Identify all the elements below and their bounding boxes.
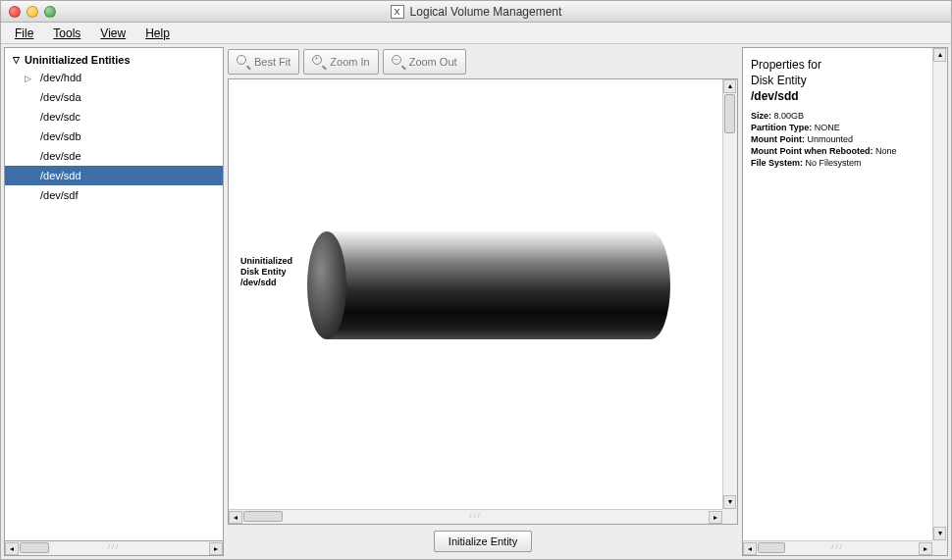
window-title-group: X Logical Volume Management: [1, 5, 951, 19]
properties-content: Properties for Disk Entity /dev/sdd Size…: [743, 48, 932, 540]
scroll-down-icon[interactable]: ▾: [723, 495, 736, 509]
magnifier-icon: [237, 55, 250, 69]
tree-header-label: Uninitialized Entities: [25, 54, 131, 66]
props-scroll-corner: [932, 540, 947, 555]
menu-help[interactable]: Help: [137, 25, 178, 42]
app-window: X Logical Volume Management File Tools V…: [0, 0, 952, 560]
menu-tools[interactable]: Tools: [45, 25, 88, 42]
center-panel: Best Fit + Zoom In – Zoom Out Uninitiali…: [226, 47, 740, 556]
tree-item-dev-sdc[interactable]: /dev/sdc: [5, 107, 223, 127]
tree-item-dev-hdd[interactable]: /dev/hdd: [5, 68, 223, 87]
action-bar: Initialize Entity: [226, 527, 740, 556]
canvas-vscrollbar[interactable]: ▴ ▾: [722, 79, 737, 509]
properties-panel: Properties for Disk Entity /dev/sdd Size…: [742, 47, 948, 556]
prop-filesystem: File System: No Filesystem: [751, 158, 925, 168]
properties-heading-device: /dev/sdd: [751, 89, 925, 103]
tree-item-dev-sdb[interactable]: /dev/sdb: [5, 127, 223, 146]
tree-item-dev-sda[interactable]: /dev/sda: [5, 87, 223, 107]
zoom-window-button[interactable]: [44, 6, 56, 18]
zoom-in-button[interactable]: + Zoom In: [303, 49, 378, 75]
props-hscroll-thumb[interactable]: [758, 542, 785, 553]
props-scroll-right-icon[interactable]: ▸: [919, 542, 932, 555]
prop-size: Size: 8.00GB: [751, 111, 925, 121]
collapse-icon[interactable]: ▽: [11, 55, 21, 65]
props-scroll-up-icon[interactable]: ▴: [933, 48, 946, 62]
menubar: File Tools View Help: [1, 23, 951, 44]
canvas-vscroll-thumb[interactable]: [724, 94, 735, 133]
properties-heading-2: Disk Entity: [751, 74, 925, 87]
tree-item-dev-sdf[interactable]: /dev/sdf: [5, 185, 223, 205]
canvas-scroll-left-icon[interactable]: ◂: [229, 511, 242, 524]
sidebar-scroll-thumb[interactable]: [20, 542, 49, 553]
canvas-scroll-corner: [722, 509, 737, 524]
prop-mount-reboot: Mount Point when Rebooted: None: [751, 146, 925, 156]
zoom-toolbar: Best Fit + Zoom In – Zoom Out: [226, 47, 740, 76]
props-scroll-left-icon[interactable]: ◂: [743, 542, 757, 555]
minimize-window-button[interactable]: [26, 6, 38, 18]
entity-tree[interactable]: ▽ Uninitialized Entities /dev/hdd /dev/s…: [4, 47, 224, 541]
disk-caption: Uninitialized Disk Entity /dev/sdd: [240, 256, 292, 287]
sidebar: ▽ Uninitialized Entities /dev/hdd /dev/s…: [4, 47, 224, 556]
canvas-hscrollbar[interactable]: ◂ /// ▸: [229, 509, 722, 524]
disk-canvas[interactable]: Uninitialized Disk Entity /dev/sdd: [229, 79, 722, 509]
canvas-hscroll-thumb[interactable]: [243, 511, 283, 522]
scroll-right-icon[interactable]: ▸: [209, 542, 223, 555]
x11-icon: X: [391, 5, 404, 19]
zoom-in-icon: +: [312, 55, 326, 69]
props-scroll-down-icon[interactable]: ▾: [933, 527, 946, 540]
sidebar-hscrollbar[interactable]: ◂ /// ▸: [4, 541, 224, 556]
main-area: ▽ Uninitialized Entities /dev/hdd /dev/s…: [1, 44, 951, 559]
tree-item-dev-sde[interactable]: /dev/sde: [5, 146, 223, 166]
close-window-button[interactable]: [9, 6, 21, 18]
properties-vscrollbar[interactable]: ▴ ▾: [932, 48, 947, 540]
window-title: Logical Volume Management: [410, 5, 562, 19]
properties-hscrollbar[interactable]: ◂ /// ▸: [743, 540, 932, 555]
tree-item-dev-sdd[interactable]: /dev/sdd: [5, 166, 223, 185]
zoom-in-label: Zoom In: [330, 56, 369, 68]
prop-partition-type: Partition Type: NONE: [751, 123, 925, 132]
best-fit-label: Best Fit: [254, 56, 291, 68]
titlebar: X Logical Volume Management: [1, 1, 951, 23]
properties-heading-1: Properties for: [751, 58, 925, 72]
best-fit-button[interactable]: Best Fit: [228, 49, 299, 75]
disk-cylinder-graphic[interactable]: [307, 231, 670, 339]
zoom-out-label: Zoom Out: [409, 56, 457, 68]
menu-file[interactable]: File: [7, 25, 41, 42]
menu-view[interactable]: View: [92, 25, 133, 42]
prop-mount-point: Mount Point: Unmounted: [751, 134, 925, 144]
tree-header[interactable]: ▽ Uninitialized Entities: [5, 52, 223, 68]
zoom-out-button[interactable]: – Zoom Out: [383, 49, 466, 75]
window-controls: [9, 6, 56, 18]
canvas-container: Uninitialized Disk Entity /dev/sdd ▴ ▾: [228, 78, 738, 525]
zoom-out-icon: –: [392, 55, 405, 69]
initialize-entity-button[interactable]: Initialize Entity: [434, 531, 532, 552]
canvas-scroll-right-icon[interactable]: ▸: [709, 511, 722, 524]
scroll-left-icon[interactable]: ◂: [5, 542, 19, 555]
scroll-up-icon[interactable]: ▴: [723, 79, 736, 93]
